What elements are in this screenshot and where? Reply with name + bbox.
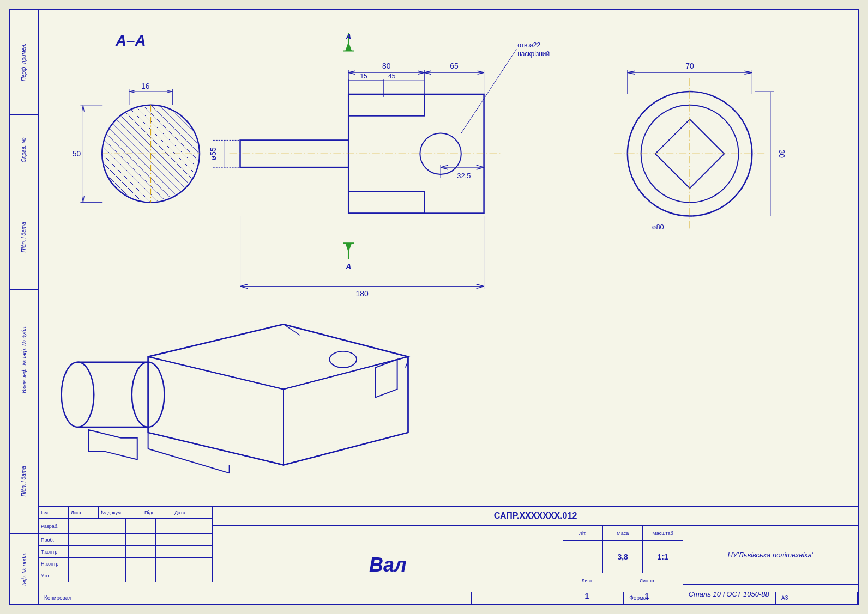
- cell-prob: Проб.: [39, 534, 69, 545]
- sidebar-perf-label: Перф. примен.: [21, 44, 27, 82]
- cell-list: Лист: [69, 507, 99, 518]
- title-block: Ізм. Лист № докум. Підп. Дата Разраб. Пр…: [39, 506, 858, 604]
- listov-label: Листів: [611, 573, 683, 588]
- sidebar-vzam-label: Взам. інф. № Інф. № дубл.: [21, 325, 27, 393]
- technical-drawing: А–А: [39, 10, 858, 506]
- hole-label: отв.ø22: [517, 41, 540, 49]
- sidebar-vzam: Взам. інф. № Інф. № дубл.: [10, 290, 38, 429]
- organization: НУ'Львівська політехніка': [727, 551, 813, 559]
- lit-label: Літ.: [563, 526, 603, 540]
- mass-value: 3,8: [603, 541, 643, 573]
- cell-izm: Ізм.: [39, 507, 69, 518]
- naskviz-label: наскрізний: [517, 50, 550, 58]
- drawing-area: А–А: [39, 10, 858, 506]
- dim-15: 15: [360, 72, 367, 80]
- title-right: САПР.XXXXXXX.012 Вал Літ. Маса Масштаб: [213, 507, 858, 604]
- cell-razrab: Разраб.: [39, 519, 69, 533]
- dim-16: 16: [141, 82, 150, 90]
- sidebar-perf: Перф. примен.: [10, 10, 38, 115]
- cell-tkontr: Т.контр.: [39, 546, 69, 557]
- cell-no-doc: № докум.: [99, 507, 142, 518]
- masshtab-label: Масштаб: [643, 526, 682, 540]
- sidebar-podp1: Підп. і дата: [10, 185, 38, 290]
- sidebar-inf: Інф. № подл.: [10, 534, 38, 604]
- dim-65: 65: [450, 62, 459, 70]
- sidebar-podp1-label: Підп. і дата: [21, 222, 27, 252]
- section-aa-label: А–А: [115, 32, 146, 49]
- dim-45: 45: [388, 72, 396, 80]
- svg-rect-0: [40, 10, 857, 506]
- dim-55: ø55: [209, 147, 218, 160]
- sidebar-inf-label: Інф. № подл.: [21, 552, 27, 586]
- bottom-bar: Копировал Формат А3: [39, 592, 858, 604]
- dim-50: 50: [73, 149, 81, 158]
- dim-180: 180: [355, 289, 368, 298]
- dim-70: 70: [685, 62, 694, 70]
- cell-utv: Утв.: [39, 570, 69, 582]
- cell-data: Дата: [172, 507, 213, 518]
- sidebar-sprav-label: Справ. №: [21, 137, 27, 162]
- dim-80: 80: [382, 62, 391, 70]
- sidebar-podp2-label: Підп. і дата: [21, 466, 27, 497]
- sidebar-sprav: Справ. №: [10, 115, 38, 185]
- dim-32-5: 32,5: [457, 172, 471, 180]
- list2-label: Лист: [563, 573, 611, 588]
- dim-phi80: ø80: [652, 223, 664, 231]
- format-label: Формат: [624, 592, 776, 604]
- massa-label: Маса: [603, 526, 643, 540]
- section-a-bottom: А: [345, 262, 351, 271]
- sidebar-podp2: Підп. і дата: [10, 429, 38, 534]
- section-a-top: А: [345, 32, 351, 41]
- drawing-number: САПР.XXXXXXX.012: [213, 507, 858, 526]
- drawing-page: Перф. примен. Справ. № Підп. і дата Взам…: [9, 9, 859, 605]
- cell-nkontr: Н.контр.: [39, 558, 69, 570]
- format-value: А3: [776, 592, 858, 604]
- dim-30: 30: [777, 150, 786, 159]
- cell-podp: Підп.: [142, 507, 172, 518]
- left-sidebar: Перф. примен. Справ. № Підп. і дата Взам…: [10, 10, 39, 604]
- title-left: Ізм. Лист № докум. Підп. Дата Разраб. Пр…: [39, 507, 213, 604]
- copy-label: Копировал: [39, 592, 472, 604]
- scale-value: 1:1: [643, 541, 682, 573]
